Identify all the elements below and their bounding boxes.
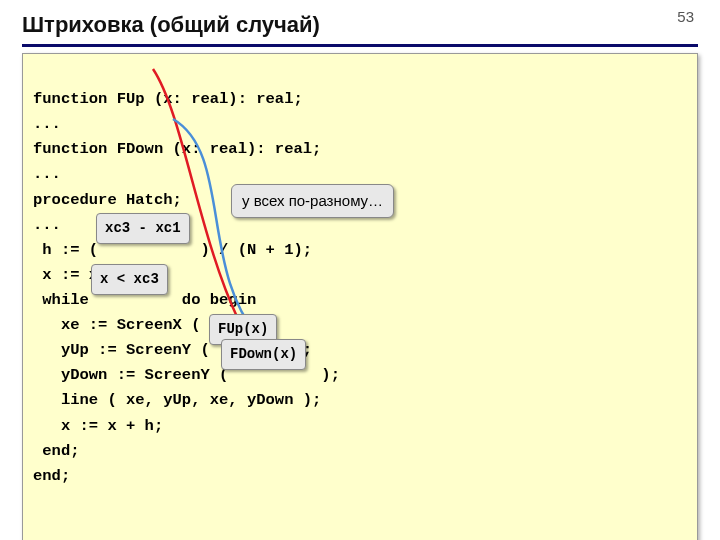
code-line: ...	[33, 165, 61, 183]
badge-cond: x < xc3	[91, 264, 168, 295]
badge-diff: xc3 - xc1	[96, 213, 190, 244]
callout-note: у всех по-разному…	[231, 184, 394, 218]
code-line: ...	[33, 216, 61, 234]
code-line: end;	[33, 442, 80, 460]
code-line: end;	[33, 467, 70, 485]
code-line: procedure Hatch;	[33, 191, 182, 209]
code-block: function FUp (x: real): real; ... functi…	[22, 53, 698, 540]
code-line: x := x + h;	[33, 417, 163, 435]
badge-fdown: FDown(x)	[221, 339, 306, 370]
page-number: 53	[677, 8, 694, 25]
code-line: line ( xe, yUp, xe, yDown );	[33, 391, 321, 409]
code-line: function FDown (x: real): real;	[33, 140, 321, 158]
slide-title: Штриховка (общий случай)	[22, 12, 698, 38]
title-underline	[22, 44, 698, 47]
code-line: function FUp (x: real): real;	[33, 90, 303, 108]
code-line: ...	[33, 115, 61, 133]
